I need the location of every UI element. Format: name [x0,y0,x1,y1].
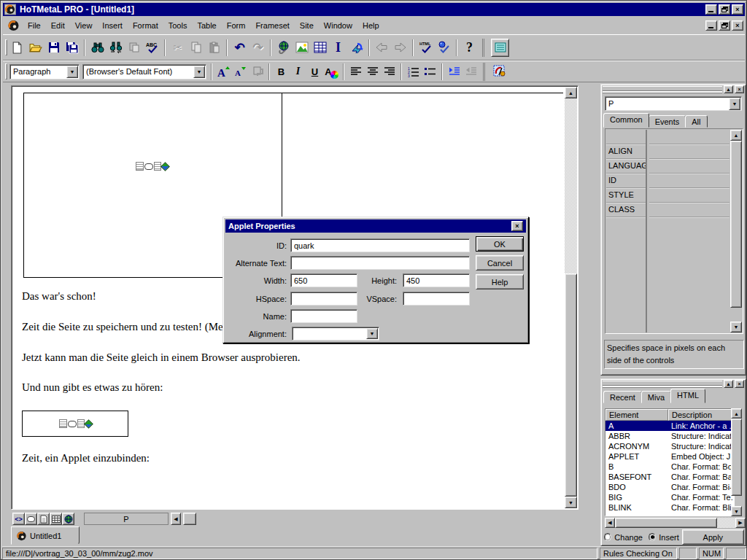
align-left-button[interactable] [347,63,364,79]
element-list-hscrollbar[interactable]: ◀ ▶ [605,518,746,528]
apply-button[interactable]: Apply [682,529,744,545]
toolbar-grip[interactable] [5,63,7,79]
menu-view[interactable]: View [70,19,98,32]
scroll-right-button[interactable]: ▶ [735,518,746,528]
validate-button[interactable] [435,39,453,57]
insert-radio[interactable] [649,533,656,541]
tab-events[interactable]: Events [649,115,686,128]
column-description[interactable]: Description [668,409,734,421]
underline-button[interactable]: U [306,63,323,79]
copy-button[interactable] [187,39,205,57]
help-button[interactable]: ? [460,39,479,57]
insert-table-button[interactable] [311,39,329,57]
menu-form[interactable]: Form [222,19,251,32]
insert-image-button[interactable] [293,39,311,57]
path-scroll-left-button[interactable]: ◀ [171,513,181,525]
replace-button[interactable] [125,39,143,57]
font-combo[interactable]: (Browser's Default Font) ▼ [82,64,206,79]
embedded-sound-object[interactable] [22,411,128,437]
menu-frameset[interactable]: Frameset [250,19,294,32]
find-next-button[interactable] [107,39,125,57]
document-vscrollbar[interactable]: ▲ ▼ [565,87,577,508]
forward-button[interactable] [391,39,409,57]
panel-collapse-button[interactable]: ▲ [724,380,733,388]
path-scrollbar-thumb[interactable] [183,513,196,525]
name-field[interactable] [290,309,357,323]
scroll-left-button[interactable]: ◀ [605,518,615,528]
menu-table[interactable]: Table [192,19,221,32]
attribute-value-field[interactable] [649,188,729,203]
chevron-down-icon[interactable]: ▼ [193,66,205,78]
tags-view-button[interactable]: <> [12,513,25,525]
restore-button[interactable] [719,4,730,15]
element-row-blink[interactable]: BLINKChar. Format: Blir [605,502,734,513]
ok-button[interactable]: OK [476,236,524,252]
font-color-button[interactable]: A [323,63,340,79]
paragraph[interactable]: Zeit die Seite zu speichern und zu teste… [22,321,228,333]
element-list-vscrollbar[interactable]: ▲ ▼ [731,408,742,516]
undo-button[interactable]: ↶ [231,39,249,57]
element-row-big[interactable]: BIGChar. Format: Te. [605,492,734,502]
table-view-button[interactable] [50,513,62,525]
vspace-field[interactable] [403,292,470,306]
attribute-value-field[interactable] [649,174,729,188]
indent-button[interactable] [446,63,462,79]
browser-preview-button[interactable] [62,513,74,525]
attribute-value-field[interactable] [649,144,729,159]
column-element[interactable]: Element [605,409,668,421]
toolbar-grip[interactable] [5,39,7,55]
insert-media-button[interactable] [347,39,365,57]
element-row-b[interactable]: BChar. Format: Bol [605,462,734,472]
menu-format[interactable]: Format [128,19,163,32]
chevron-down-icon[interactable]: ▼ [366,328,378,339]
dialog-title-bar[interactable]: Applet Properties × [225,219,526,233]
find-button[interactable] [88,39,107,57]
cse-validator-button[interactable] [492,63,508,79]
shrink-font-button[interactable]: A [232,63,249,79]
id-field[interactable] [290,238,470,252]
save-button[interactable] [44,39,63,57]
chevron-down-icon[interactable]: ▼ [66,66,78,78]
paste-button[interactable] [205,39,223,57]
paragraph-style-combo[interactable]: Paragraph ▼ [9,64,80,79]
numbered-list-button[interactable]: 123 [405,63,422,79]
align-right-button[interactable] [381,63,398,79]
element-path[interactable]: P [84,513,169,525]
attribute-value-field[interactable] [649,159,729,174]
element-row-applet[interactable]: APPLETEmbed Object: J. [605,451,734,462]
child-close-button[interactable]: × [732,20,743,31]
element-row-abbr[interactable]: ABBRStructure: Indicat [605,431,734,441]
tab-miva[interactable]: Miva [641,391,671,403]
embedded-media-placeholder[interactable] [136,162,169,171]
scroll-up-button[interactable]: ▲ [565,87,577,98]
close-button[interactable]: × [732,4,743,15]
bold-button[interactable]: B [273,63,290,79]
italic-button[interactable]: I [290,63,306,79]
insert-element-button[interactable]: I [329,39,347,57]
insert-link-button[interactable] [274,39,293,57]
paragraph[interactable]: Jetzt kann man die Seite gleich in einem… [22,351,301,364]
menu-edit[interactable]: Edit [46,19,70,32]
child-minimize-button[interactable] [705,20,717,31]
save-all-button[interactable] [63,39,81,57]
new-button[interactable] [8,39,26,57]
cut-button[interactable]: ✂ [169,39,187,57]
panel-close-button[interactable]: × [735,380,744,388]
bullet-list-button[interactable] [422,63,438,79]
tab-all[interactable]: All [685,115,707,128]
grow-font-button[interactable]: A [215,63,232,79]
scroll-down-button[interactable]: ▼ [730,322,742,332]
html-check-button[interactable]: HTML [417,39,435,57]
paragraph[interactable]: Und nun gibt es etwas zu hören: [22,381,163,394]
open-button[interactable] [26,39,44,57]
menu-help[interactable]: Help [357,19,384,32]
scroll-up-button[interactable]: ▲ [730,130,742,141]
scroll-up-button[interactable]: ▲ [731,408,742,419]
menu-site[interactable]: Site [295,19,319,32]
scrollbar-thumb[interactable] [731,419,742,496]
menu-tools[interactable]: Tools [163,19,193,32]
scrollbar-thumb[interactable] [615,518,717,528]
panel-collapse-button[interactable]: ▲ [724,85,733,93]
cancel-button[interactable]: Cancel [476,255,524,271]
paragraph[interactable]: Zeit, ein Applet einzubinden: [22,452,150,464]
